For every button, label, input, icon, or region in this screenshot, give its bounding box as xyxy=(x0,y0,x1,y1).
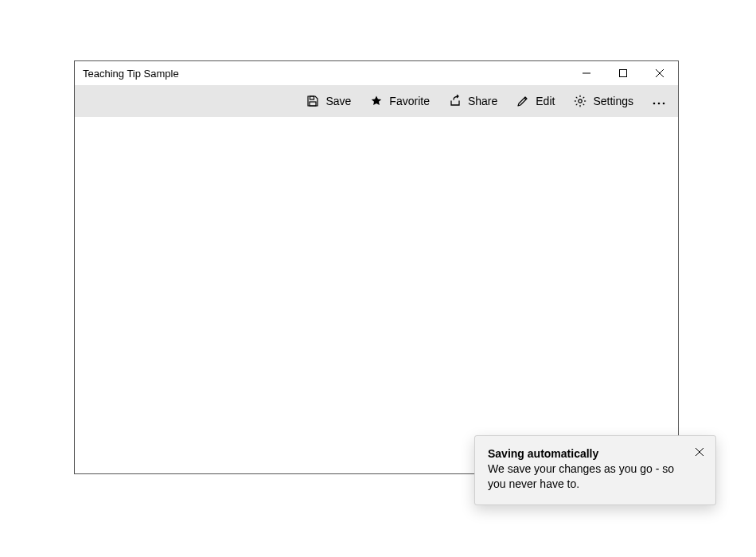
svg-line-12 xyxy=(576,97,578,99)
star-icon xyxy=(370,95,383,107)
svg-line-15 xyxy=(583,97,585,99)
more-button[interactable] xyxy=(643,85,675,117)
teaching-tip: Saving automatically We save your change… xyxy=(474,435,716,505)
svg-line-14 xyxy=(576,104,578,106)
edit-button[interactable]: Edit xyxy=(507,85,564,117)
window-title: Teaching Tip Sample xyxy=(83,68,179,80)
svg-point-18 xyxy=(663,102,665,104)
close-icon xyxy=(696,446,703,458)
close-button[interactable] xyxy=(641,61,678,85)
maximize-button[interactable] xyxy=(605,61,641,85)
svg-rect-1 xyxy=(620,70,627,77)
teaching-tip-title: Saving automatically xyxy=(488,447,684,460)
svg-line-13 xyxy=(583,104,585,106)
svg-point-7 xyxy=(579,99,582,103)
favorite-button[interactable]: Favorite xyxy=(360,85,439,117)
caption-buttons xyxy=(568,61,678,85)
svg-point-16 xyxy=(653,102,656,104)
gear-icon xyxy=(574,95,586,107)
pencil-icon xyxy=(516,95,529,107)
share-label: Share xyxy=(468,95,497,107)
settings-button[interactable]: Settings xyxy=(564,85,643,117)
share-icon xyxy=(449,95,462,107)
svg-point-17 xyxy=(658,102,661,104)
titlebar: Teaching Tip Sample xyxy=(75,61,678,85)
teaching-tip-body: We save your changes as you go - so you … xyxy=(488,462,684,492)
save-label: Save xyxy=(325,95,351,107)
minimize-button[interactable] xyxy=(568,61,605,85)
more-icon xyxy=(653,95,665,107)
svg-rect-5 xyxy=(310,102,316,106)
close-icon xyxy=(656,69,664,77)
content-area xyxy=(75,117,678,473)
maximize-icon xyxy=(619,69,627,77)
save-icon xyxy=(306,95,319,107)
teaching-tip-close-button[interactable] xyxy=(690,442,709,462)
minimize-icon xyxy=(583,69,590,77)
share-button[interactable]: Share xyxy=(439,85,507,117)
app-window: Teaching Tip Sample xyxy=(74,60,679,474)
settings-label: Settings xyxy=(593,95,633,107)
edit-label: Edit xyxy=(536,95,555,107)
svg-rect-4 xyxy=(310,96,314,99)
command-bar: Save Favorite Share xyxy=(75,85,678,117)
save-button[interactable]: Save xyxy=(297,85,360,117)
favorite-label: Favorite xyxy=(389,95,430,107)
